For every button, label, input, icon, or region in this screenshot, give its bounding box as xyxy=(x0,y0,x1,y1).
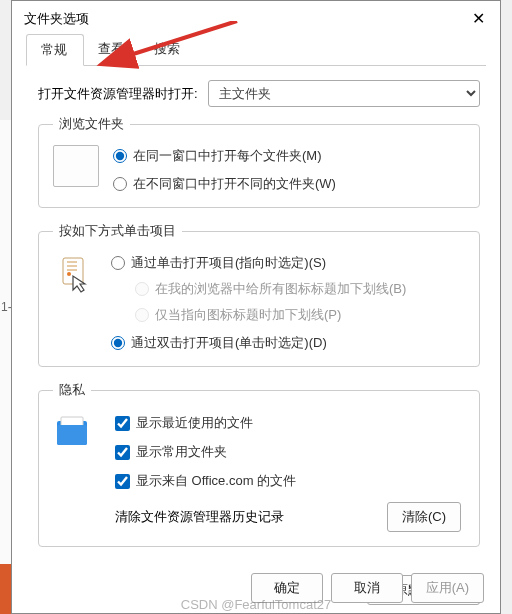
radio-underline-all-input xyxy=(135,282,149,296)
privacy-folder-icon xyxy=(53,411,97,451)
svg-rect-6 xyxy=(57,425,87,445)
dialog-title: 文件夹选项 xyxy=(24,10,89,28)
radio-double-click-label: 通过双击打开项目(单击时选定)(D) xyxy=(131,334,327,352)
check-office-files[interactable]: 显示来自 Office.com 的文件 xyxy=(115,472,296,490)
click-mode-group: 按如下方式单击项目 通过单击打开项目(指向时选定)(S) xyxy=(38,222,480,367)
close-button[interactable]: ✕ xyxy=(468,9,488,28)
radio-same-window-label: 在同一窗口中打开每个文件夹(M) xyxy=(133,147,322,165)
browse-legend: 浏览文件夹 xyxy=(53,115,130,133)
tab-view[interactable]: 查看 xyxy=(84,34,140,65)
tab-bar: 常规 查看 搜索 xyxy=(26,34,486,66)
check-recent-files[interactable]: 显示最近使用的文件 xyxy=(115,414,296,432)
svg-point-3 xyxy=(67,272,71,276)
privacy-group: 隐私 显示最近使用的文件 xyxy=(38,381,480,547)
watermark: CSDN @FearfulTomcat27 xyxy=(0,597,512,612)
titlebar: 文件夹选项 ✕ xyxy=(12,1,500,34)
tab-search[interactable]: 搜索 xyxy=(140,34,196,65)
click-icon xyxy=(53,252,97,296)
background-strip xyxy=(0,120,11,564)
open-in-label: 打开文件资源管理器时打开: xyxy=(38,85,198,103)
tab-content: 打开文件资源管理器时打开: 主文件夹 浏览文件夹 在同一窗口中打开每个文件夹(M… xyxy=(12,66,500,571)
radio-diff-window-input[interactable] xyxy=(113,177,127,191)
radio-underline-all: 在我的浏览器中给所有图标标题加下划线(B) xyxy=(135,280,406,298)
radio-underline-point-input xyxy=(135,308,149,322)
radio-diff-window-label: 在不同窗口中打开不同的文件夹(W) xyxy=(133,175,336,193)
click-legend: 按如下方式单击项目 xyxy=(53,222,182,240)
check-frequent-folders[interactable]: 显示常用文件夹 xyxy=(115,443,296,461)
open-in-row: 打开文件资源管理器时打开: 主文件夹 xyxy=(38,80,480,107)
clear-history-label: 清除文件资源管理器历史记录 xyxy=(115,508,284,526)
check-office-files-input[interactable] xyxy=(115,474,130,489)
radio-underline-all-label: 在我的浏览器中给所有图标标题加下划线(B) xyxy=(155,280,406,298)
browse-folders-group: 浏览文件夹 在同一窗口中打开每个文件夹(M) 在不同窗口中打开不同的文件夹(W) xyxy=(38,115,480,208)
radio-diff-window[interactable]: 在不同窗口中打开不同的文件夹(W) xyxy=(113,175,336,193)
clear-button[interactable]: 清除(C) xyxy=(387,502,461,532)
privacy-legend: 隐私 xyxy=(53,381,91,399)
radio-single-click-label: 通过单击打开项目(指向时选定)(S) xyxy=(131,254,326,272)
check-recent-files-label: 显示最近使用的文件 xyxy=(136,414,253,432)
tab-general[interactable]: 常规 xyxy=(26,34,84,66)
radio-single-click[interactable]: 通过单击打开项目(指向时选定)(S) xyxy=(111,254,406,272)
radio-same-window-input[interactable] xyxy=(113,149,127,163)
radio-underline-point-label: 仅当指向图标标题时加下划线(P) xyxy=(155,306,341,324)
check-recent-files-input[interactable] xyxy=(115,416,130,431)
check-frequent-folders-input[interactable] xyxy=(115,445,130,460)
radio-single-click-input[interactable] xyxy=(111,256,125,270)
radio-underline-point: 仅当指向图标标题时加下划线(P) xyxy=(135,306,406,324)
browse-icon xyxy=(53,145,99,187)
radio-double-click[interactable]: 通过双击打开项目(单击时选定)(D) xyxy=(111,334,406,352)
radio-double-click-input[interactable] xyxy=(111,336,125,350)
open-in-select[interactable]: 主文件夹 xyxy=(208,80,480,107)
check-office-files-label: 显示来自 Office.com 的文件 xyxy=(136,472,296,490)
check-frequent-folders-label: 显示常用文件夹 xyxy=(136,443,227,461)
radio-same-window[interactable]: 在同一窗口中打开每个文件夹(M) xyxy=(113,147,336,165)
folder-options-dialog: 文件夹选项 ✕ 常规 查看 搜索 打开文件资源管理器时打开: 主文件夹 浏览文件… xyxy=(11,0,501,614)
